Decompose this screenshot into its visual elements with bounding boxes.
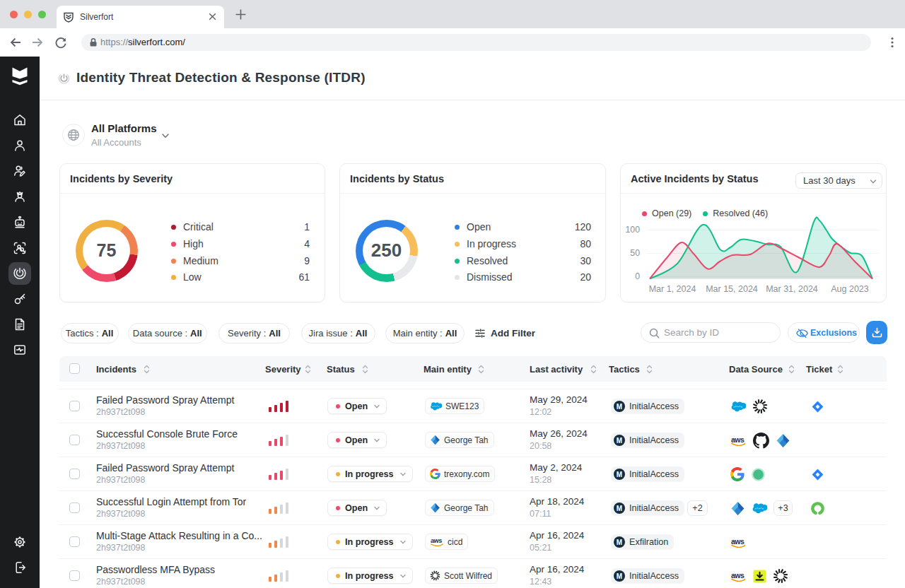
- svg-text:aws: aws: [731, 537, 745, 546]
- svg-text:aws: aws: [731, 435, 745, 444]
- svg-text:aws: aws: [431, 537, 442, 544]
- svg-text:aws: aws: [731, 571, 745, 580]
